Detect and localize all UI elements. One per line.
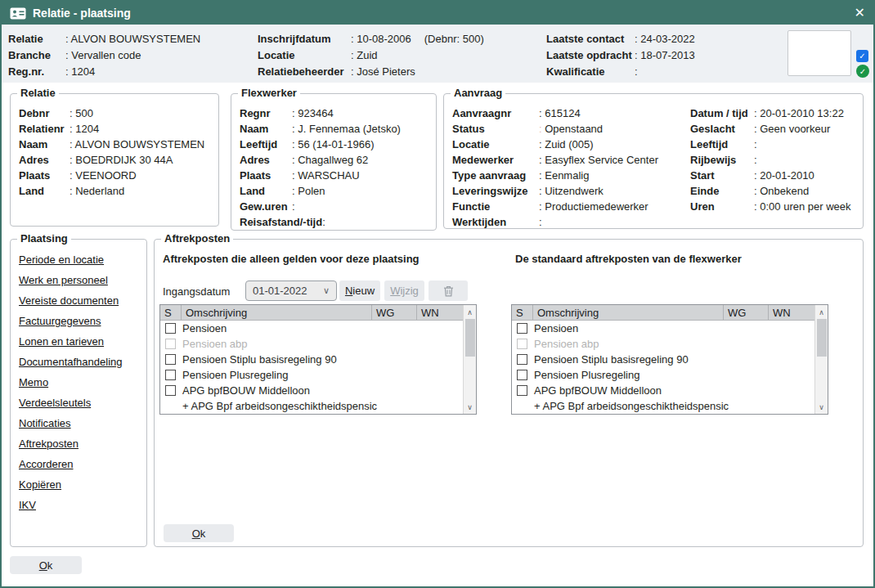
sidebar-item-documentafhandeling[interactable]: Documentafhandeling <box>19 356 146 376</box>
list-item[interactable]: Pensioen <box>160 321 463 336</box>
field-label: Leeftijd <box>240 138 292 150</box>
field-value: 18-07-2013 <box>635 49 695 61</box>
field-row: Werktijden <box>452 214 658 230</box>
ingangsdatum-select[interactable]: 01-01-2022 ∨ <box>245 281 337 301</box>
nieuw-button[interactable]: Nieuw <box>339 281 380 301</box>
field-label: Rijbewijs <box>690 154 754 166</box>
field-label: Status <box>452 123 539 135</box>
list-item[interactable]: Pensioen Plusregeling <box>160 367 463 383</box>
field-row: Gew.uren <box>240 199 431 214</box>
field-row: AdresChagallweg 62 <box>240 152 431 168</box>
row-checkbox[interactable] <box>165 323 176 334</box>
row-label: Pensioen <box>182 322 227 334</box>
column-header-omschrijving: Omschrijving <box>533 305 724 320</box>
contact-card-icon <box>10 7 26 20</box>
sidebar-item-ikv[interactable]: IKV <box>19 499 146 519</box>
field-label: Datum / tijd <box>690 107 754 119</box>
field-row: AdresBOEDRDIJK 30 44A <box>19 152 213 168</box>
sidebar-item-notificaties[interactable]: Notificaties <box>19 417 146 438</box>
wijzig-button[interactable]: Wijzig <box>384 281 424 301</box>
row-label: Pensioen abp <box>182 338 248 350</box>
field-value: 1204 <box>70 123 99 135</box>
scrollbar-thumb[interactable] <box>817 319 827 357</box>
row-checkbox[interactable] <box>517 370 527 380</box>
scroll-down-icon[interactable]: ∨ <box>815 400 828 414</box>
debtor-number: (Debnr: 500) <box>424 33 484 45</box>
field-value: 10-08-2006 <box>351 33 411 45</box>
field-label: Regnr <box>240 107 292 119</box>
row-label: Pensioen abp <box>534 338 599 350</box>
list-item[interactable]: Pensioen Stiplu basisregeling 90 <box>160 352 463 367</box>
field-label: Leveringswijze <box>452 185 539 197</box>
close-icon[interactable]: ✕ <box>855 7 865 20</box>
button-label: k <box>47 559 53 572</box>
scroll-down-icon[interactable]: ∨ <box>464 400 476 414</box>
field-value: José Pieters <box>351 65 415 78</box>
column-header-omschrijving: Omschrijving <box>182 305 372 320</box>
delete-button[interactable] <box>429 281 468 301</box>
sidebar-item-periode-en-locatie[interactable]: Periode en locatie <box>19 254 146 274</box>
relation-header: Relatie ALVON BOUWSYSTEMEN Branche Verva… <box>2 25 873 83</box>
blue-checkbox[interactable]: ✓ <box>856 50 868 62</box>
field-label: Reisafstand/-tijd <box>240 216 322 228</box>
row-label: + APG Bpf arbeidsongeschiktheidspensic <box>182 400 377 412</box>
window-ok-button[interactable]: Ok <box>10 556 82 574</box>
sidebar-item-verdeelsleutels[interactable]: Verdeelsleutels <box>19 397 146 417</box>
field-row: GeslachtGeen voorkeur <box>690 121 851 137</box>
sidebar-item-werk-en-personeel[interactable]: Werk en personeel <box>19 274 146 294</box>
scrollbar-thumb[interactable] <box>465 319 475 357</box>
row-checkbox[interactable] <box>517 385 527 396</box>
standard-deductions-list: S Omschrijving WG WN Pensioen Pensioen a… <box>511 304 828 415</box>
field-row: Debnr500 <box>19 105 213 121</box>
field-row: Relatie ALVON BOUWSYSTEMEN <box>8 30 200 47</box>
list-item[interactable]: APG bpfBOUW Middelloon <box>160 383 463 398</box>
field-value <box>635 65 640 78</box>
field-row: Reg.nr. 1204 <box>8 63 200 79</box>
sidebar-item-kopieren[interactable]: Kopiëren <box>19 478 146 499</box>
field-label: Functie <box>452 200 539 213</box>
ingangsdatum-value: 01-01-2022 <box>253 285 307 297</box>
sidebar-item-accorderen[interactable]: Accorderen <box>19 458 146 478</box>
column-header-wn: WN <box>417 305 463 320</box>
row-label: Pensioen <box>534 322 578 334</box>
sidebar-item-vereiste-documenten[interactable]: Vereiste documenten <box>19 294 146 315</box>
scroll-up-icon[interactable]: ∧ <box>464 305 476 319</box>
sidebar-item-aftrekposten[interactable]: Aftrekposten <box>19 438 146 458</box>
row-checkbox[interactable] <box>165 370 176 380</box>
row-checkbox <box>517 339 527 349</box>
aftrekposten-ok-button[interactable]: Ok <box>164 524 234 542</box>
standard-deductions-title: De standaard aftrekposten van de flexwer… <box>515 253 742 265</box>
field-label: Reg.nr. <box>8 65 65 78</box>
scrollbar[interactable]: ∧ ∨ <box>814 305 828 414</box>
scrollbar[interactable]: ∧ ∨ <box>463 305 476 414</box>
row-checkbox[interactable] <box>517 354 527 365</box>
flexwerker-panel: Flexwerker Regnr923464 NaamJ. Fennemaa (… <box>231 93 437 231</box>
field-label: Locatie <box>452 138 539 150</box>
field-row: Regnr923464 <box>240 105 431 121</box>
list-item[interactable]: Pensioen <box>512 321 814 336</box>
list-item[interactable]: APG bpfBOUW Middelloon <box>512 383 814 398</box>
field-value: VEENOORD <box>70 169 137 182</box>
field-value: ALVON BOUWSYSTEMEN <box>70 138 204 150</box>
sidebar-item-memo[interactable]: Memo <box>19 376 146 397</box>
relatie-plaatsing-window: Relatie - plaatsing ✕ Relatie ALVON BOUW… <box>0 0 875 588</box>
sidebar-item-factuurgegevens[interactable]: Factuurgegevens <box>19 315 146 335</box>
row-checkbox[interactable] <box>165 354 176 365</box>
column-header-s: S <box>512 305 533 320</box>
scroll-up-icon[interactable]: ∧ <box>815 305 828 319</box>
list-item[interactable]: Pensioen Stiplu basisregeling 90 <box>512 352 814 367</box>
aanvraag-panel: Aanvraag Aanvraagnr615124 StatusOpenstaa… <box>443 93 864 229</box>
sidebar-item-lonen-en-tarieven[interactable]: Lonen en tarieven <box>19 335 146 356</box>
row-checkbox[interactable] <box>517 323 527 334</box>
panel-legend: Plaatsing <box>17 233 71 245</box>
field-label: Geslacht <box>690 123 754 135</box>
check-icon: ✓ <box>859 52 865 61</box>
field-label: Uren <box>690 200 754 213</box>
field-label: Adres <box>240 154 292 166</box>
list-item[interactable]: Pensioen Plusregeling <box>512 367 814 383</box>
row-checkbox[interactable] <box>165 385 176 396</box>
row-label: Pensioen Stiplu basisregeling 90 <box>182 353 337 366</box>
button-label: ijzig <box>400 285 418 297</box>
field-label: Branche <box>8 49 65 61</box>
field-row: Type aanvraagEenmalig <box>452 168 658 183</box>
